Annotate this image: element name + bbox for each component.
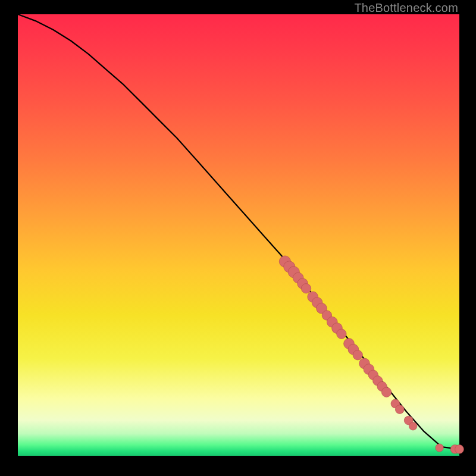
curve-markers <box>279 256 464 453</box>
curve-marker <box>436 444 443 452</box>
bottleneck-curve-line <box>18 14 459 449</box>
plot-area <box>18 14 459 456</box>
chart-stage: TheBottleneck.com <box>0 0 476 476</box>
curve-marker <box>381 387 391 397</box>
curve-layer <box>18 14 459 456</box>
curve-marker <box>455 445 464 454</box>
curve-marker <box>395 405 404 414</box>
curve-marker <box>337 329 346 339</box>
curve-marker <box>301 284 311 293</box>
curve-marker <box>409 422 416 430</box>
curve-marker <box>353 350 362 360</box>
attribution-label: TheBottleneck.com <box>354 1 458 15</box>
